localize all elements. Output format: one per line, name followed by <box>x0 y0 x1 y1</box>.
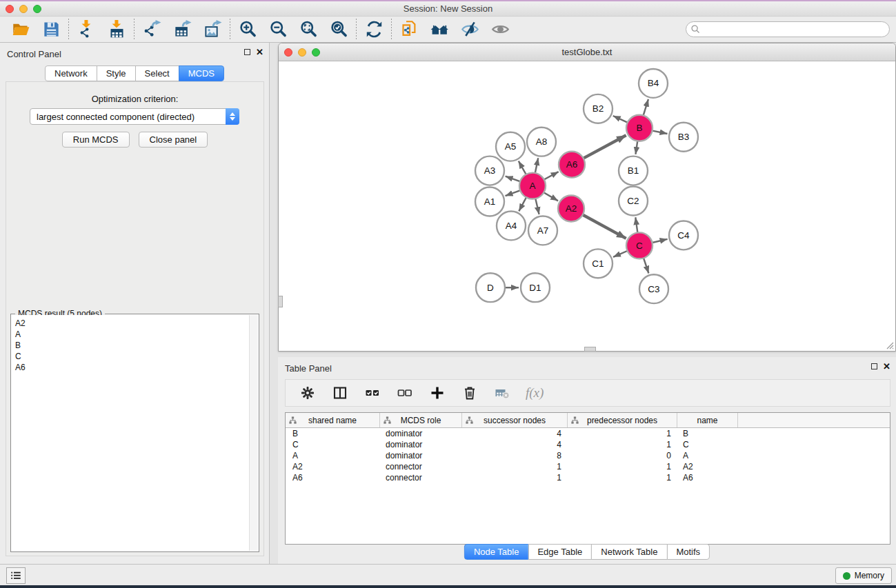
node-D1[interactable]: D1 <box>521 273 550 302</box>
export-network-button[interactable] <box>141 19 163 41</box>
column-header-successor-nodes[interactable]: successor nodes <box>462 413 568 427</box>
edge-B-B4[interactable] <box>643 99 648 116</box>
task-history-button[interactable] <box>6 567 26 584</box>
memory-button[interactable]: Memory <box>835 567 892 584</box>
node-B[interactable]: B <box>626 115 653 141</box>
tab-node-table[interactable]: Node Table <box>464 544 529 560</box>
table-cell[interactable]: A <box>677 450 738 461</box>
table-cell[interactable]: 0 <box>568 450 677 461</box>
node-A4[interactable]: A4 <box>497 211 526 240</box>
export-image-button[interactable] <box>201 19 223 41</box>
mcds-result-item[interactable]: B <box>15 340 249 351</box>
edge-A-A2[interactable] <box>544 192 559 201</box>
table-cell[interactable]: dominator <box>380 439 462 450</box>
node-A1[interactable]: A1 <box>475 187 504 216</box>
node-A8[interactable]: A8 <box>527 128 556 156</box>
table-cell[interactable]: 1 <box>568 428 677 439</box>
edge-C-C4[interactable] <box>652 239 668 243</box>
open-session-button[interactable] <box>10 19 32 41</box>
node-A6[interactable]: A6 <box>559 152 585 178</box>
horizontal-scrollbar-thumb[interactable] <box>584 347 596 352</box>
node-A5[interactable]: A5 <box>496 132 525 161</box>
edge-A-A4[interactable] <box>519 196 526 211</box>
vertical-scrollbar-thumb[interactable] <box>278 296 283 307</box>
node-C3[interactable]: C3 <box>639 274 668 303</box>
tab-mcds[interactable]: MCDS <box>179 65 224 81</box>
edge-C-C1[interactable] <box>613 251 628 257</box>
node-B1[interactable]: B1 <box>619 156 648 185</box>
node-C1[interactable]: C1 <box>584 249 613 278</box>
split-view-button[interactable] <box>331 384 349 402</box>
table-cell[interactable]: 1 <box>462 461 568 472</box>
node-C4[interactable]: C4 <box>669 221 698 250</box>
table-cell[interactable]: dominator <box>380 450 462 461</box>
zoom-fit-button[interactable] <box>297 19 319 41</box>
import-table-button[interactable] <box>106 19 128 41</box>
table-row[interactable]: Bdominator41B <box>286 428 890 439</box>
copy-network-view-button[interactable] <box>398 19 420 41</box>
edge-B-B3[interactable] <box>652 130 668 134</box>
node-B2[interactable]: B2 <box>584 94 613 123</box>
mcds-list-scrollbar[interactable] <box>249 315 258 551</box>
table-cell[interactable]: connector <box>380 472 462 483</box>
settings-button[interactable] <box>299 384 317 402</box>
criterion-dropdown[interactable]: largest connected component (directed) <box>30 108 239 125</box>
edge-A-A1[interactable] <box>506 190 521 196</box>
column-header-MCDS-role[interactable]: MCDS role <box>380 413 462 427</box>
hide-details-button[interactable] <box>459 19 481 41</box>
edge-A-A8[interactable] <box>535 158 539 174</box>
show-details-button[interactable] <box>489 19 511 41</box>
node-A7[interactable]: A7 <box>528 216 557 245</box>
edge-A6-B[interactable] <box>583 135 626 159</box>
table-cell[interactable]: 1 <box>568 472 677 483</box>
select-all-button[interactable] <box>364 384 381 402</box>
mcds-result-item[interactable]: C <box>15 351 249 362</box>
mcds-result-item[interactable]: A6 <box>15 362 249 373</box>
edge-C-C2[interactable] <box>635 217 637 233</box>
refresh-button[interactable] <box>363 19 385 41</box>
table-cell[interactable]: B <box>677 428 738 439</box>
tab-style[interactable]: Style <box>97 65 136 81</box>
float-table-panel-icon[interactable] <box>871 363 877 369</box>
node-D[interactable]: D <box>476 273 505 302</box>
edge-A-A7[interactable] <box>535 198 539 214</box>
close-panel-icon[interactable]: ✕ <box>256 48 263 56</box>
table-cell[interactable]: B <box>286 428 380 439</box>
table-row[interactable]: Adominator80A <box>286 450 890 461</box>
edge-B-B2[interactable] <box>613 116 628 123</box>
mcds-result-item[interactable]: A2 <box>15 318 249 329</box>
delete-row-button[interactable] <box>461 384 479 402</box>
table-cell[interactable]: 4 <box>462 439 568 450</box>
zoom-out-button[interactable] <box>267 19 289 41</box>
table-cell[interactable]: 1 <box>568 439 677 450</box>
edge-B-B1[interactable] <box>635 141 637 154</box>
tab-select[interactable]: Select <box>135 65 179 81</box>
apply-function-button[interactable]: f(x) <box>526 385 544 401</box>
edge-A2-C[interactable] <box>582 214 626 239</box>
resize-grip-icon[interactable] <box>885 341 894 349</box>
network-canvas[interactable]: AA1A2A3A4A5A6A7A8BB1B2B3B4CC1C2C3C4DD1 <box>279 61 895 351</box>
node-A2[interactable]: A2 <box>558 196 584 222</box>
node-B3[interactable]: B3 <box>669 123 698 152</box>
column-header-predecessor-nodes[interactable]: predecessor nodes <box>568 413 677 427</box>
table-cell[interactable]: 8 <box>462 450 568 461</box>
run-mcds-button[interactable]: Run MCDS <box>62 132 130 148</box>
table-row[interactable]: A2connector11A2 <box>286 461 890 472</box>
node-C[interactable]: C <box>626 232 653 258</box>
close-panel-button[interactable]: Close panel <box>139 132 208 148</box>
add-row-button[interactable] <box>428 384 446 402</box>
table-row[interactable]: A6connector11A6 <box>286 472 890 483</box>
edge-A-A5[interactable] <box>519 161 526 175</box>
deselect-all-button[interactable] <box>396 384 414 402</box>
delete-table-button[interactable] <box>493 384 511 402</box>
table-cell[interactable]: A6 <box>286 472 380 483</box>
network-window-titlebar[interactable]: testGlobe.txt <box>279 43 895 61</box>
column-header-shared-name[interactable]: shared name <box>286 413 380 427</box>
search-input[interactable] <box>686 21 890 37</box>
node-C2[interactable]: C2 <box>619 187 648 216</box>
close-table-panel-icon[interactable]: ✕ <box>883 363 890 370</box>
float-panel-icon[interactable] <box>244 49 250 55</box>
table-cell[interactable]: A2 <box>677 461 738 472</box>
tab-edge-table[interactable]: Edge Table <box>528 544 592 560</box>
mcds-result-item[interactable]: A <box>15 329 249 340</box>
